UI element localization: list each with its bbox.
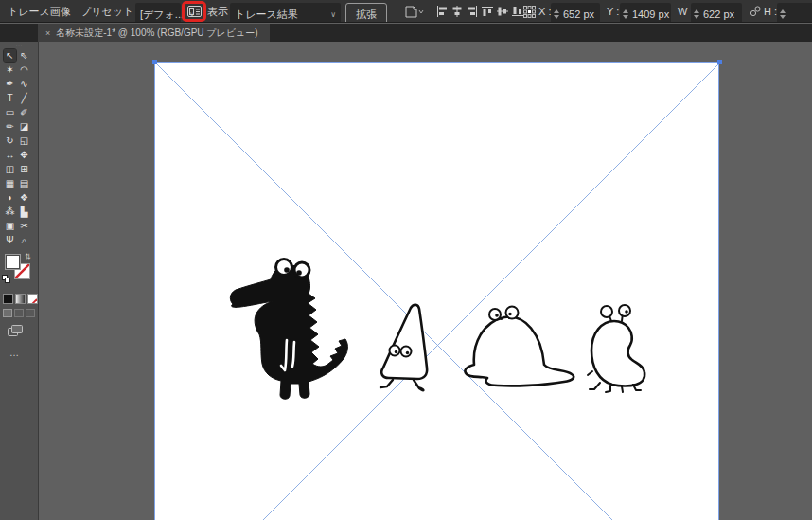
constrain-proportions-icon[interactable] — [749, 0, 762, 23]
y-value: 1409 px — [632, 9, 669, 20]
width-tool[interactable]: ↔ — [4, 149, 16, 161]
perspective-grid-tool[interactable]: ⊞ — [18, 163, 30, 175]
draw-behind-button[interactable] — [14, 309, 24, 317]
bean-creature[interactable] — [583, 302, 649, 395]
w-field[interactable]: 622 px — [691, 3, 742, 23]
chevron-down-icon: ∨ — [330, 10, 336, 19]
h-label[interactable]: H : — [764, 0, 777, 23]
lasso-tool[interactable]: ◠ — [18, 63, 30, 76]
document-tab[interactable]: × 名称未設定-1* @ 100% (RGB/GPU プレビュー) — [38, 24, 270, 42]
x-stepper[interactable] — [554, 9, 559, 19]
symbol-sprayer-tool[interactable]: ⁂ — [4, 206, 16, 218]
canvas-pasteboard[interactable] — [40, 42, 812, 520]
hand-tool[interactable]: Ψ — [4, 234, 16, 246]
draw-normal-button[interactable] — [3, 309, 12, 317]
gradient-button[interactable] — [15, 294, 26, 304]
pen-tool[interactable]: ✒ — [4, 78, 16, 90]
preset-value: [デフォ... — [140, 8, 184, 22]
rotate-tool[interactable]: ↻ — [4, 134, 16, 147]
more-options-button[interactable]: … — [0, 348, 38, 358]
direct-selection-tool[interactable]: ⇖ — [18, 49, 30, 62]
preset-label: プリセット : — [80, 0, 139, 23]
w-value: 622 px — [703, 9, 734, 20]
image-trace-panel-button[interactable] — [186, 0, 203, 23]
blend-tool[interactable]: ❖ — [18, 191, 30, 204]
drawing-mode-buttons — [0, 309, 38, 317]
y-field[interactable]: 1409 px — [620, 3, 671, 23]
align-left-icon[interactable] — [435, 0, 448, 23]
color-button[interactable] — [3, 294, 13, 304]
x-label[interactable]: X : — [538, 0, 551, 23]
reference-point-grid[interactable] — [522, 0, 537, 23]
slug-creature[interactable] — [458, 306, 580, 390]
y-label[interactable]: Y : — [607, 0, 619, 23]
paint-style-buttons — [0, 294, 38, 304]
h-field[interactable] — [777, 3, 812, 23]
h-stepper[interactable] — [780, 9, 786, 19]
curvature-tool[interactable]: ∿ — [18, 78, 30, 90]
pencil-tool[interactable]: ✏ — [4, 120, 16, 133]
align-top-icon[interactable] — [481, 0, 493, 23]
gradient-tool[interactable]: ▤ — [18, 177, 30, 189]
crocodile-silhouette[interactable] — [228, 255, 353, 407]
selection-type-label: トレース画像 — [8, 0, 71, 23]
close-tab-icon[interactable]: × — [45, 28, 50, 38]
none-button[interactable] — [27, 294, 38, 304]
align-horizontal-center-icon[interactable] — [450, 0, 463, 23]
artboard-tool[interactable]: ▣ — [4, 220, 16, 232]
expand-button[interactable]: 拡張 — [345, 3, 387, 23]
selection-anchor-handle[interactable] — [717, 60, 722, 64]
magic-wand-tool[interactable]: ✶ — [4, 63, 16, 76]
illustrator-window: トレース画像 プリセット : [デフォ... ∨ 表示 : トレース結果 ∨ 拡… — [0, 0, 812, 520]
fill-swatch[interactable] — [5, 254, 21, 270]
control-bar: トレース画像 プリセット : [デフォ... ∨ 表示 : トレース結果 ∨ 拡… — [0, 0, 812, 23]
eyedropper-tool[interactable]: ◗ — [4, 191, 16, 204]
swap-fill-stroke-icon[interactable]: ⇄ — [24, 253, 32, 260]
tools-grid: ↖ ⇖ ✶ ◠ ✒ ∿ T ╱ ▭ ✐ ✏ ◪ ↻ ◱ ↔ ✥ ◫ ⊞ ▦ ▤ … — [0, 49, 38, 246]
type-tool[interactable]: T — [4, 92, 16, 104]
column-graph-tool[interactable]: ▙ — [18, 206, 30, 218]
x-field[interactable]: 652 px — [551, 3, 600, 23]
preset-dropdown[interactable]: [デフォ... ∨ — [135, 3, 181, 23]
selection-anchor-handle[interactable] — [152, 60, 157, 64]
eraser-tool[interactable]: ◪ — [18, 120, 30, 133]
slice-tool[interactable]: ✂ — [18, 220, 30, 232]
tools-panel: ⋯ ↖ ⇖ ✶ ◠ ✒ ∿ T ╱ ▭ ✐ ✏ ◪ ↻ ◱ ↔ ✥ ◫ ⊞ ▦ … — [0, 42, 39, 520]
rectangle-tool[interactable]: ▭ — [4, 106, 16, 118]
draw-inside-button[interactable] — [26, 309, 35, 317]
tools-panel-grip[interactable]: ⋯ — [0, 42, 38, 49]
mesh-tool[interactable]: ▦ — [4, 177, 16, 189]
fill-stroke-controls: ⇄ — [0, 252, 38, 290]
free-transform-tool[interactable]: ✥ — [18, 149, 30, 161]
zoom-tool[interactable]: ⌕ — [18, 234, 30, 246]
document-tab-bar: × 名称未設定-1* @ 100% (RGB/GPU プレビュー) — [0, 24, 812, 42]
line-segment-tool[interactable]: ╱ — [18, 92, 30, 104]
w-stepper[interactable] — [694, 9, 699, 19]
y-stepper[interactable] — [623, 9, 628, 19]
triangle-creature[interactable] — [377, 301, 433, 395]
shape-builder-tool[interactable]: ◫ — [4, 163, 16, 175]
document-tab-title: 名称未設定-1* @ 100% (RGB/GPU プレビュー) — [56, 27, 257, 40]
x-value: 652 px — [563, 9, 594, 20]
view-value: トレース結果 — [235, 8, 298, 22]
align-right-icon[interactable] — [466, 0, 478, 23]
paintbrush-tool[interactable]: ✐ — [18, 106, 30, 118]
align-vertical-center-icon[interactable] — [496, 0, 508, 23]
align-to-dropdown[interactable] — [404, 0, 425, 23]
artboard[interactable] — [154, 62, 719, 520]
default-fill-stroke-icon[interactable] — [2, 275, 10, 283]
scale-tool[interactable]: ◱ — [18, 134, 30, 147]
view-dropdown[interactable]: トレース結果 ∨ — [230, 3, 341, 23]
selection-tool[interactable]: ↖ — [4, 49, 16, 62]
screen-mode-button[interactable] — [0, 323, 38, 340]
